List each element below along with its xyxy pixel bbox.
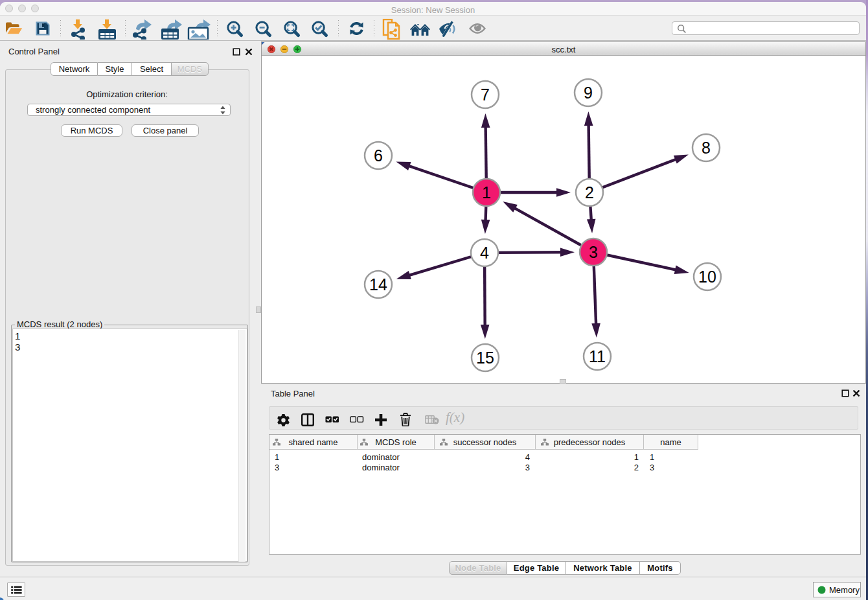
svg-text:4: 4 bbox=[480, 244, 489, 262]
svg-text:7: 7 bbox=[481, 86, 490, 104]
svg-text:8: 8 bbox=[702, 139, 711, 157]
svg-text:15: 15 bbox=[476, 349, 494, 367]
svg-text:1: 1 bbox=[482, 183, 491, 202]
svg-text:6: 6 bbox=[374, 146, 383, 165]
svg-text:10: 10 bbox=[698, 268, 716, 286]
svg-text:3: 3 bbox=[589, 243, 598, 261]
svg-text:11: 11 bbox=[589, 347, 606, 365]
svg-text:9: 9 bbox=[584, 84, 593, 102]
svg-text:2: 2 bbox=[585, 183, 594, 202]
svg-text:14: 14 bbox=[369, 275, 387, 294]
